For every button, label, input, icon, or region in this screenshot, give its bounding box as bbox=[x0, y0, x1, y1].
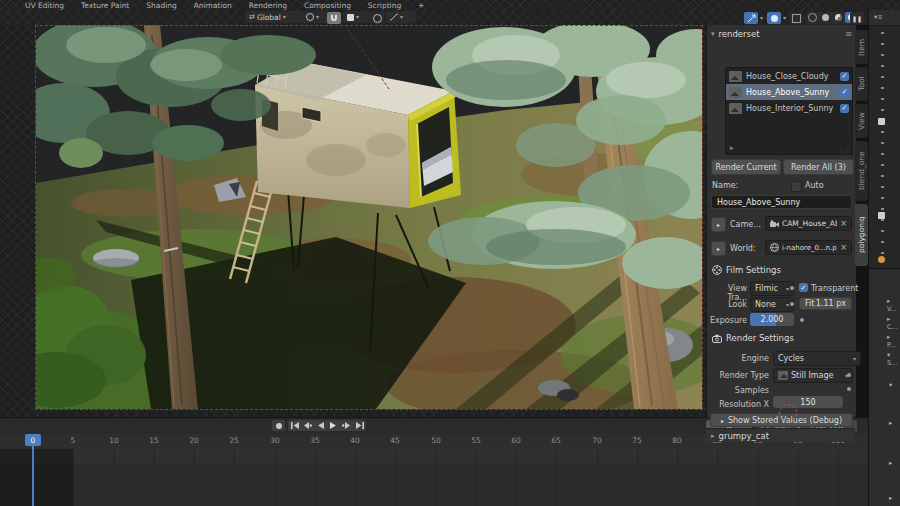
play-reverse-button[interactable] bbox=[314, 420, 327, 431]
render-type-dropdown[interactable]: Still Image ▾ bbox=[773, 368, 853, 383]
show-gizmo-toggle[interactable] bbox=[744, 12, 758, 24]
overlays-dropdown[interactable]: ▾ bbox=[783, 15, 786, 21]
gizmo-dropdown[interactable]: ▾ bbox=[760, 15, 763, 21]
proportional-editing-toggle[interactable] bbox=[370, 12, 384, 24]
context-enabled-checkbox[interactable]: ✓ bbox=[840, 72, 849, 81]
animate-dot[interactable] bbox=[790, 286, 794, 290]
name-label: Name: bbox=[712, 181, 738, 190]
render-type-value: Still Image bbox=[791, 371, 833, 380]
shading-material-button[interactable] bbox=[832, 12, 845, 23]
clear-camera-icon[interactable]: × bbox=[840, 219, 847, 228]
ruler-tick: 35 bbox=[310, 436, 320, 445]
gizmo-icon bbox=[747, 14, 756, 23]
camera-expand-button[interactable]: ▸ bbox=[711, 217, 726, 232]
add-workspace-button[interactable]: + bbox=[411, 0, 431, 10]
auto-keying-button[interactable] bbox=[272, 420, 285, 431]
animate-dot[interactable] bbox=[800, 318, 804, 322]
properties-section-p[interactable]: ▸ P... bbox=[887, 333, 900, 349]
xray-toggle[interactable] bbox=[790, 12, 803, 24]
workspace-tab-shading[interactable]: Shading bbox=[139, 0, 183, 10]
collapsed-row-icon[interactable]: ▸ bbox=[889, 459, 892, 467]
context-enabled-checkbox[interactable]: ✓ bbox=[840, 104, 849, 113]
proportional-falloff-dropdown[interactable]: ▾ bbox=[386, 11, 416, 23]
snap-settings-dropdown[interactable]: ▾ bbox=[343, 11, 373, 23]
context-enabled-checkbox[interactable]: ✓ bbox=[840, 88, 849, 97]
film-settings-header[interactable]: Film Settings bbox=[712, 265, 781, 275]
renderset-panel-header[interactable]: ▾ renderset ≡ bbox=[711, 29, 852, 39]
show-overlays-toggle[interactable] bbox=[767, 12, 781, 24]
workspace-tab-uv-editing[interactable]: UV Editing bbox=[18, 0, 71, 10]
collapsed-row-icon[interactable]: ▾ bbox=[889, 381, 892, 389]
transparent-checkbox[interactable]: ✓ bbox=[799, 283, 808, 292]
outliner-items[interactable] bbox=[881, 32, 884, 262]
tab-item[interactable]: Item bbox=[855, 30, 868, 64]
engine-value: Cycles bbox=[778, 354, 804, 363]
transform-orientation-dropdown[interactable]: ⇄ Global ▾ bbox=[245, 11, 305, 23]
viewport-render bbox=[36, 25, 702, 409]
resolution-x-label: Resolution X bbox=[717, 400, 769, 409]
workspace-tab-texture-paint[interactable]: Texture Paint bbox=[74, 0, 136, 10]
animate-dot[interactable] bbox=[847, 387, 851, 391]
render-all-button[interactable]: Render All (3) bbox=[783, 159, 854, 175]
render-settings-header[interactable]: Render Settings bbox=[712, 333, 794, 343]
outliner-checkbox[interactable] bbox=[878, 118, 885, 125]
timeline-channels[interactable] bbox=[0, 449, 868, 506]
pivot-point-dropdown[interactable]: ▾ bbox=[302, 11, 330, 23]
render-current-button[interactable]: Render Current bbox=[711, 159, 781, 175]
snap-toggle[interactable] bbox=[327, 12, 341, 24]
ruler-tick: 20 bbox=[189, 436, 199, 445]
workspace-tab-animation[interactable]: Animation bbox=[187, 0, 239, 10]
world-selector[interactable]: i-nahore_0...n.p3e1.001 × bbox=[765, 240, 852, 255]
prev-keyframe-button[interactable] bbox=[301, 420, 314, 431]
list-item[interactable]: House_Close_Cloudy ✓ bbox=[726, 68, 852, 84]
list-resize-grip[interactable]: ⋮⋮ bbox=[838, 147, 848, 154]
name-input[interactable]: House_Above_Sunny bbox=[711, 195, 852, 209]
collapsed-row-icon[interactable]: ▸ bbox=[889, 494, 892, 502]
grumpy-cat-panel-header[interactable]: ▸ grumpy_cat bbox=[706, 428, 855, 442]
engine-dropdown[interactable]: Cycles ▾ bbox=[773, 351, 861, 366]
properties-section-c[interactable]: ▸ C... bbox=[887, 315, 900, 331]
render-preview-icon bbox=[729, 103, 742, 114]
look-dropdown[interactable]: None ▾ bbox=[750, 297, 794, 312]
properties-section-s[interactable]: ▾ S... bbox=[887, 351, 900, 367]
world-expand-button[interactable]: ▸ bbox=[711, 241, 726, 256]
ruler-tick: 80 bbox=[672, 436, 682, 445]
workspace-tab-compositing[interactable]: Compositing bbox=[297, 0, 358, 10]
filter-icon[interactable]: ▾≡ bbox=[874, 13, 883, 21]
list-item-selected[interactable]: House_Above_Sunny ✓ bbox=[726, 84, 852, 100]
jump-to-start-button[interactable] bbox=[288, 420, 301, 431]
play-button[interactable] bbox=[327, 420, 340, 431]
prev-keyframe-icon bbox=[303, 422, 312, 429]
workspace-tab-scripting[interactable]: Scripting bbox=[361, 0, 408, 10]
out-of-range-overlay bbox=[0, 449, 73, 506]
animate-dot[interactable] bbox=[847, 373, 851, 377]
collapsed-row-icon[interactable]: ▸ bbox=[889, 419, 892, 427]
shading-solid-button[interactable] bbox=[819, 12, 832, 23]
playhead-badge[interactable]: 0 bbox=[25, 434, 41, 446]
outliner-active-object-dot[interactable] bbox=[878, 256, 885, 263]
auto-checkbox[interactable] bbox=[791, 181, 802, 192]
view-transform-dropdown[interactable]: Filmic ▾ bbox=[750, 281, 794, 296]
clear-world-icon[interactable]: × bbox=[840, 243, 847, 252]
fit-button[interactable]: Fit 1.11 px bbox=[799, 297, 852, 310]
exposure-slider[interactable]: 2.000 bbox=[750, 313, 794, 326]
workspace-tab-rendering[interactable]: Rendering bbox=[242, 0, 294, 10]
properties-section-v[interactable]: ▸ V... bbox=[887, 297, 900, 313]
animate-dot[interactable] bbox=[790, 302, 794, 306]
outliner-checkbox[interactable] bbox=[878, 212, 885, 219]
samples-value: 150 bbox=[800, 398, 815, 407]
tab-blend-one[interactable]: blend_one bbox=[855, 141, 868, 201]
list-item[interactable]: House_Interior_Sunny ✓ bbox=[726, 100, 852, 116]
camera-selector[interactable]: CAM_House_Above × bbox=[765, 216, 852, 231]
tab-view[interactable]: View bbox=[855, 104, 868, 138]
play-reverse-icon bbox=[317, 422, 324, 429]
tab-polygoniq[interactable]: polygoniq bbox=[855, 204, 868, 266]
list-filter-expand[interactable]: ▸ bbox=[730, 144, 734, 152]
next-keyframe-button[interactable] bbox=[340, 420, 353, 431]
pause-button[interactable]: ❚❚ bbox=[850, 12, 864, 24]
jump-to-end-button[interactable] bbox=[353, 420, 366, 431]
viewport-3d[interactable] bbox=[0, 25, 706, 417]
panel-menu-icon[interactable]: ≡ bbox=[845, 29, 852, 39]
tab-tool[interactable]: Tool bbox=[855, 67, 868, 101]
shading-wireframe-button[interactable] bbox=[806, 12, 819, 23]
